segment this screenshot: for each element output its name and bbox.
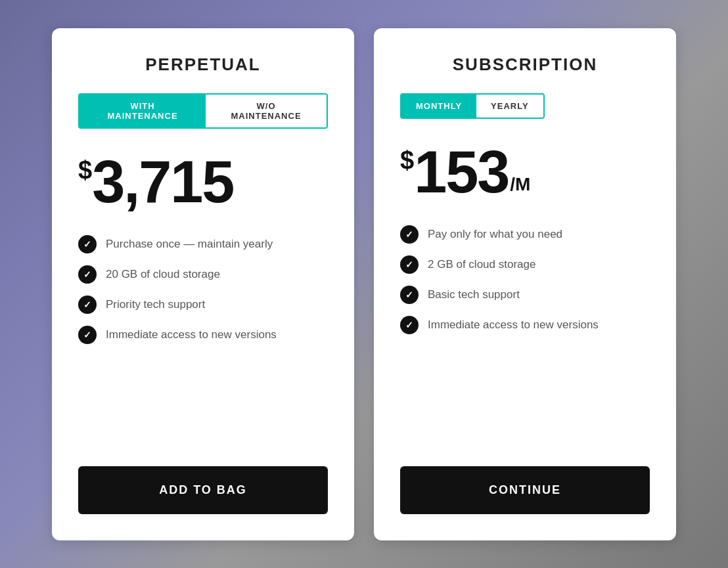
subscription-price-block: $ 153 /M	[400, 142, 650, 202]
subscription-price-period: /M	[510, 174, 530, 195]
subscription-feature-text-1: Pay only for what you need	[428, 228, 562, 241]
subscription-feature-text-3: Basic tech support	[428, 288, 520, 301]
subscription-feature-text-2: 2 GB of cloud storage	[428, 258, 535, 271]
perpetual-card: PERPETUAL WITH MAINTENANCE W/O MAINTENAN…	[52, 28, 354, 540]
check-icon-1	[78, 235, 97, 253]
perpetual-feature-text-1: Purchase once — maintain yearly	[106, 238, 273, 251]
subscription-feature-3: Basic tech support	[400, 286, 650, 304]
sub-check-icon-3	[400, 286, 419, 304]
perpetual-with-maintenance-button[interactable]: WITH MAINTENANCE	[80, 95, 206, 127]
subscription-monthly-button[interactable]: MONTHLY	[401, 95, 476, 118]
perpetual-features-list: Purchase once — maintain yearly 20 GB of…	[78, 235, 328, 344]
check-icon-2	[78, 265, 97, 284]
sub-check-icon-2	[400, 255, 419, 274]
perpetual-without-maintenance-button[interactable]: W/O MAINTENANCE	[206, 95, 327, 127]
subscription-feature-1: Pay only for what you need	[400, 225, 650, 244]
perpetual-feature-text-4: Immediate access to new versions	[106, 328, 277, 341]
subscription-card: SUBSCRIPTION MONTHLY YEARLY $ 153 /M Pay…	[374, 28, 676, 540]
subscription-yearly-button[interactable]: YEARLY	[476, 95, 543, 118]
perpetual-price-amount: 3,715	[92, 152, 233, 211]
perpetual-feature-4: Immediate access to new versions	[78, 326, 328, 344]
check-icon-4	[78, 326, 97, 344]
subscription-spacer	[400, 334, 650, 440]
subscription-feature-4: Immediate access to new versions	[400, 316, 650, 334]
perpetual-feature-text-2: 20 GB of cloud storage	[106, 268, 220, 281]
subscription-feature-text-4: Immediate access to new versions	[428, 318, 599, 332]
sub-check-icon-1	[400, 225, 419, 244]
check-icon-3	[78, 295, 97, 314]
subscription-feature-2: 2 GB of cloud storage	[400, 255, 650, 274]
continue-button[interactable]: CONTINUE	[400, 466, 650, 514]
subscription-toggle-group: MONTHLY YEARLY	[400, 93, 545, 119]
perpetual-title: PERPETUAL	[78, 55, 328, 75]
subscription-price-amount: 153	[414, 142, 509, 202]
perpetual-spacer	[78, 344, 328, 440]
perpetual-feature-2: 20 GB of cloud storage	[78, 265, 328, 284]
perpetual-price-block: $ 3,715	[78, 152, 328, 211]
subscription-title: SUBSCRIPTION	[400, 55, 650, 75]
sub-check-icon-4	[400, 316, 419, 334]
perpetual-feature-3: Priority tech support	[78, 295, 328, 314]
add-to-bag-button[interactable]: ADD TO BAG	[78, 466, 328, 514]
perpetual-price-dollar: $	[78, 158, 92, 183]
perpetual-feature-1: Purchase once — maintain yearly	[78, 235, 328, 253]
perpetual-toggle-group: WITH MAINTENANCE W/O MAINTENANCE	[78, 93, 328, 129]
subscription-price-dollar: $	[400, 148, 414, 173]
subscription-features-list: Pay only for what you need 2 GB of cloud…	[400, 225, 650, 334]
cards-container: PERPETUAL WITH MAINTENANCE W/O MAINTENAN…	[32, 9, 696, 560]
perpetual-feature-text-3: Priority tech support	[106, 298, 205, 311]
